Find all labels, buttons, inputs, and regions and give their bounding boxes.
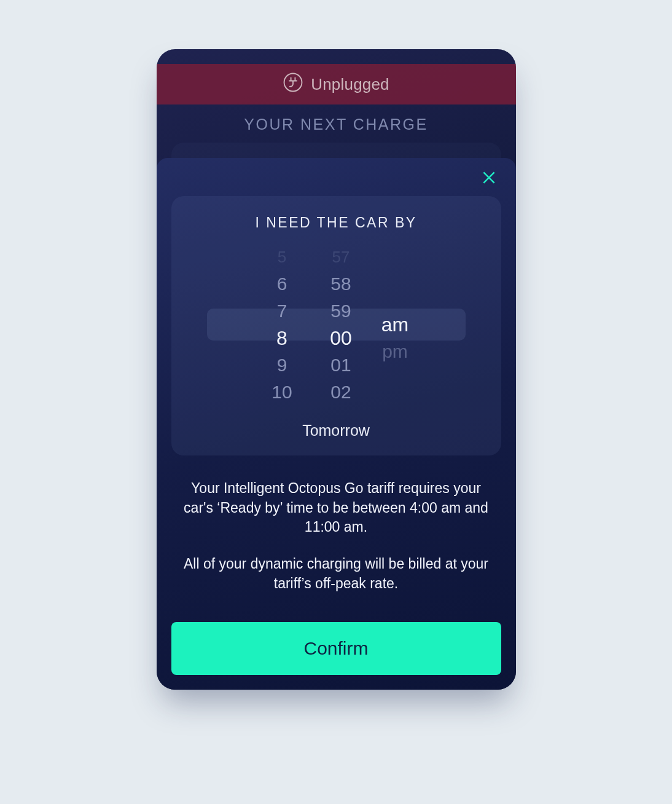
minute-option[interactable]: 57 xyxy=(311,243,370,270)
tariff-info-line2: All of your dynamic charging will be bil… xyxy=(175,554,498,593)
minute-option[interactable]: 59 xyxy=(311,298,370,325)
plug-status-label: Unplugged xyxy=(311,75,389,94)
confirm-button[interactable]: Confirm xyxy=(171,622,501,675)
hour-option[interactable]: 5 xyxy=(252,243,311,270)
minute-option[interactable]: 03 xyxy=(311,406,370,407)
plug-icon xyxy=(283,72,303,97)
tariff-info: Your Intelligent Octopus Go tariff requi… xyxy=(171,479,501,594)
ampm-wheel[interactable]: am pm xyxy=(370,242,420,407)
picker-title: I NEED THE CAR BY xyxy=(180,215,493,231)
minute-option[interactable]: 01 xyxy=(311,352,370,379)
picker-day-label: Tomorrow xyxy=(180,422,493,439)
time-picker-wheels[interactable]: 4 5 6 7 8 9 10 11 56 57 58 xyxy=(180,242,493,407)
close-button[interactable] xyxy=(477,167,501,191)
plug-status-banner: Unplugged xyxy=(157,64,516,104)
hour-option[interactable]: 6 xyxy=(252,270,311,298)
hour-option[interactable]: 11 xyxy=(252,406,311,407)
hour-option-selected[interactable]: 8 xyxy=(252,325,311,352)
ampm-option-selected[interactable]: am xyxy=(370,311,420,338)
hour-option[interactable]: 7 xyxy=(252,298,311,325)
minute-option[interactable]: 02 xyxy=(311,379,370,406)
time-picker-card: I NEED THE CAR BY 4 5 6 7 8 9 10 11 xyxy=(171,196,501,455)
hour-wheel[interactable]: 4 5 6 7 8 9 10 11 xyxy=(252,242,311,407)
section-heading: YOUR NEXT CHARGE xyxy=(157,116,516,133)
minute-option[interactable]: 58 xyxy=(311,270,370,298)
hour-option[interactable]: 10 xyxy=(252,379,311,406)
app-screen: Unplugged YOUR NEXT CHARGE I NEED THE CA… xyxy=(157,49,516,690)
ampm-option[interactable]: pm xyxy=(370,338,420,365)
close-icon xyxy=(481,170,497,188)
tariff-info-line1: Your Intelligent Octopus Go tariff requi… xyxy=(175,479,498,537)
minute-option-selected[interactable]: 00 xyxy=(311,325,370,352)
hour-option[interactable]: 9 xyxy=(252,352,311,379)
time-picker-sheet: I NEED THE CAR BY 4 5 6 7 8 9 10 11 xyxy=(157,158,516,690)
minute-wheel[interactable]: 56 57 58 59 00 01 02 03 xyxy=(311,242,370,407)
